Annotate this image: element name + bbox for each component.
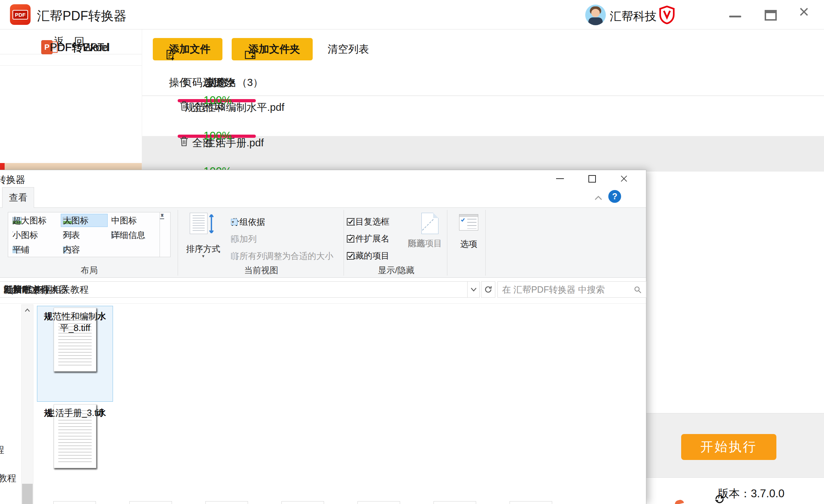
layout-option-7[interactable]: 平铺 [10, 243, 59, 256]
help-button[interactable]: ? [608, 190, 621, 203]
hide-selected-icon [421, 213, 438, 234]
layout-option-6[interactable]: 详细信息 [109, 228, 159, 242]
dropdown-caret-icon: ▼ [231, 237, 235, 241]
app-logo-icon: PDF [10, 4, 31, 25]
file-item[interactable]: 规范性和编制水平_8.tiff [37, 306, 113, 402]
progress-percent: 100% [204, 94, 232, 107]
file-name: 规范性和编制水平_8.tiff [41, 310, 109, 334]
group-separator [485, 210, 486, 276]
sort-caret-icon: ▼ [182, 254, 225, 258]
refresh-button[interactable] [481, 281, 495, 298]
clear-list-label: 清空列表 [328, 42, 369, 56]
version-label: 版本：3.7.0.0 [718, 486, 785, 501]
app-titlebar: PDF 汇帮PDF转换器 汇帮科技 × [0, 0, 824, 29]
size-columns-icon [231, 253, 237, 259]
layout-gallery: ▲ ▼ ▼ 超大图标大图标中图标小图标列表详细信息平铺内容 [8, 212, 171, 257]
file-thumbnail-partial [53, 501, 96, 504]
app-title: 汇帮PDF转换器 [37, 7, 126, 25]
file-thumbnail-partial [129, 501, 172, 504]
screen: PDF 汇帮PDF转换器 汇帮科技 × 返 回 W PDF转Word X [0, 0, 824, 504]
range-cell[interactable]: 全部 [142, 136, 263, 150]
group-separator [344, 210, 344, 276]
dropdown-caret-icon: ▼ [231, 220, 235, 224]
options-icon[interactable] [459, 214, 478, 231]
file-thumbnail-partial [433, 501, 476, 504]
ribbon: ▲ ▼ ▼ 超大图标大图标中图标小图标列表详细信息平铺内容 排序方式 ▼ 分组依… [0, 208, 646, 278]
scrollbar-up-icon[interactable] [22, 305, 33, 315]
scrollbar-thumb[interactable] [22, 484, 33, 504]
sidebar-item-pdf-to-ppt[interactable]: P PDF转PPT [0, 29, 142, 66]
breadcrumb: 电脑›新加卷 (F:)›2.pdf转换器相关教程›转换后文件›汇帮PDF转换器 [0, 281, 468, 298]
page-fold [433, 213, 438, 218]
file-thumbnail-partial [510, 501, 552, 504]
explorer-close-button[interactable] [613, 170, 635, 187]
maximize-button[interactable] [765, 10, 777, 21]
breadcrumb-segment[interactable]: 汇帮PDF转换器 [4, 283, 68, 296]
options-button[interactable]: 选项 [454, 238, 483, 250]
range-cell[interactable]: 全部 [142, 101, 263, 115]
explorer-minimize-button[interactable] [549, 170, 571, 187]
nav-pane-item[interactable]: 教程 [0, 472, 16, 484]
tab-view[interactable]: 查看 [2, 187, 34, 208]
start-button[interactable]: 开始执行 [681, 434, 776, 460]
explorer-tabrow: 查看 ? [0, 187, 646, 208]
gallery-scroll: ▲ ▼ ▼ [160, 212, 171, 257]
group-label-show-hide: 显示/隐藏 [346, 265, 446, 276]
avatar-face [591, 9, 600, 17]
ribbon-checkbox-3[interactable]: 隐藏的项目 [347, 250, 389, 261]
layout-option-2[interactable]: 大图标 [61, 214, 108, 227]
version-row: 版本：3.7.0.0 [714, 486, 785, 502]
partial-logo [674, 499, 684, 504]
search-icon [634, 286, 642, 294]
explorer-window: 转换器 查看 ? ▲ ▼ ▼ 超大图标大图标中图标小图标列表详细信息平铺内容 [0, 170, 646, 504]
group-by-button[interactable]: 分组依据 ▼ [231, 216, 265, 228]
dashed-line [422, 219, 434, 231]
group-separator [178, 210, 178, 276]
table-row: 规范性和编制水平.pdf 13 全部 100% [142, 101, 824, 136]
size-columns-button: 将所有列调整为合适的大小 [231, 250, 333, 262]
group-label-current-view: 当前视图 [179, 265, 343, 276]
checkbox-icon[interactable] [347, 252, 354, 260]
user-avatar[interactable] [585, 5, 606, 25]
ribbon-checkbox-1[interactable]: 项目复选框 [347, 216, 389, 227]
brand-name: 汇帮科技 [610, 9, 657, 25]
clear-list-button[interactable]: 清空列表 [322, 38, 375, 60]
gallery-more-icon[interactable]: ▼ [160, 212, 165, 219]
file-browser-area: 程教程 规范性和编制水平_1.tiff 规范性和编制水平_2.tiff 规范性和… [0, 304, 646, 504]
file-thumbnail-partial [281, 501, 324, 504]
explorer-maximize-button[interactable] [581, 170, 603, 187]
sort-by-button[interactable]: 排序方式 [182, 243, 225, 255]
sidebar-item-partial[interactable] [0, 163, 142, 170]
search-input[interactable] [498, 282, 629, 297]
menu-button[interactable] [695, 11, 707, 20]
minimize-button[interactable] [729, 16, 741, 17]
selected-indicator [0, 163, 5, 170]
sidebar-item-label: PDF转PPT [50, 40, 104, 55]
file-thumbnail-partial [357, 501, 400, 504]
layout-option-8[interactable]: 内容 [61, 243, 108, 256]
layout-option-1[interactable]: 超大图标 [10, 214, 59, 227]
progress-percent: 100% [204, 130, 232, 142]
collapse-ribbon-button[interactable] [591, 191, 605, 204]
group-separator [447, 210, 447, 276]
table-row: 生活手册.pdf 9 全部 100% [142, 136, 824, 172]
layout-option-5[interactable]: 列表 [61, 228, 108, 242]
file-item[interactable]: 生活手册_3.tiff [37, 402, 113, 498]
nav-pane-item[interactable]: 程 [0, 444, 4, 456]
checkbox-icon[interactable] [347, 218, 354, 226]
scrollbar[interactable] [21, 304, 33, 504]
table-header: ▼文件名（3） 总页数 页码选择 状态 操作 [142, 76, 824, 96]
group-label-layout: 布局 [7, 265, 171, 276]
search-box [497, 281, 646, 298]
close-button[interactable]: × [799, 3, 809, 21]
add-file-button[interactable]: 添加文件 [153, 38, 222, 60]
add-folder-button[interactable]: 添加文件夹 [232, 38, 313, 60]
ribbon-checkbox-2[interactable]: 文件扩展名 [347, 233, 389, 244]
file-name: 生活手册_3.tiff [41, 407, 109, 419]
checkbox-icon[interactable] [347, 235, 354, 243]
sort-by-icon[interactable] [190, 213, 208, 234]
layout-option-3[interactable]: 中图标 [109, 214, 159, 227]
avatar-body [588, 17, 603, 25]
address-dropdown-button[interactable] [468, 281, 480, 298]
layout-option-4[interactable]: 小图标 [10, 228, 59, 242]
